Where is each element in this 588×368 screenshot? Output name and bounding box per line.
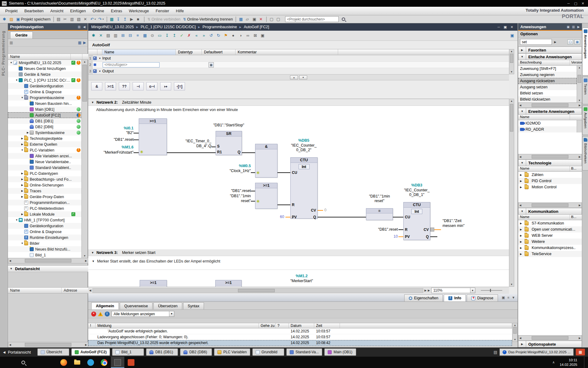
editor-toolbar-icon[interactable]: ⊟ xyxy=(127,32,134,39)
taskbar-app[interactable] xyxy=(84,357,97,368)
warnings-filter-icon[interactable] xyxy=(98,312,103,316)
add-variable-input[interactable]: <Hinzufügen> xyxy=(103,62,160,67)
ctu-datatype[interactable]: Int xyxy=(299,164,310,169)
tree-row[interactable]: Bild_1 xyxy=(8,252,82,258)
sr-block[interactable]: SR S R1 Q xyxy=(216,131,242,155)
operand-tag[interactable]: "MerkerFrühstart" xyxy=(88,150,134,155)
editor-toolbar-icon[interactable]: ▥ xyxy=(112,32,119,39)
scroll-left-icon[interactable]: ◀ xyxy=(89,289,91,292)
instruction-search-input[interactable]: set xyxy=(520,39,552,45)
detail-hscrollbar[interactable]: ◀▶ xyxy=(8,342,88,347)
info-subtab[interactable]: Übersetzen xyxy=(153,302,182,309)
tree-row[interactable]: Main [OB1] xyxy=(8,106,82,112)
editor-toolbar-icon[interactable]: ∞ xyxy=(244,32,251,39)
folder-row[interactable]: ▶S7-Kommunikation xyxy=(518,220,582,226)
expander-icon[interactable]: ▶ xyxy=(520,234,523,237)
toolbar-icon[interactable]: ▦ xyxy=(238,16,244,22)
counter-instance-line1[interactable]: "IEC_Counter_ xyxy=(278,143,330,148)
expander-icon[interactable]: ▼ xyxy=(20,149,24,151)
breadcrumb-label[interactable]: MinigolfNEU_13.02.2025 xyxy=(91,25,134,29)
instruction-row[interactable]: RD_ADDR xyxy=(518,126,577,132)
editor-toolbar-icon[interactable]: ↻ xyxy=(215,32,222,39)
taskbar-app[interactable] xyxy=(43,357,57,368)
scroll-up-icon[interactable]: ▲ xyxy=(82,60,88,63)
tab-anweisungen[interactable]: Anweisungen xyxy=(582,28,588,75)
tree-row[interactable]: Gerätekonfiguration xyxy=(8,223,82,229)
interface-row-output[interactable]: 3 ▼ Output xyxy=(88,68,509,75)
panel-float-icon[interactable]: ▣ xyxy=(567,25,569,29)
search-binoculars-icon[interactable] xyxy=(342,17,345,21)
network-scrollbar[interactable]: ▲▼ xyxy=(509,99,514,287)
folder-row[interactable]: ▶TeleService xyxy=(518,251,582,257)
expander-icon[interactable]: ▼ xyxy=(99,57,101,60)
export-icon[interactable]: ▶ xyxy=(83,40,86,45)
footer-editor-button[interactable]: DB1 (DB1) xyxy=(146,348,178,356)
ctu-block[interactable]: CTU Int CU R PV CV Q xyxy=(290,157,318,219)
editor-toolbar-icon[interactable]: ⊙ xyxy=(149,32,156,39)
toolbar-icon[interactable]: ↧ xyxy=(116,16,122,22)
footer-editor-button[interactable]: Standard-Va... xyxy=(286,348,322,356)
col-fragezeichen[interactable]: ? xyxy=(276,323,289,328)
expander-icon[interactable]: ▼ xyxy=(15,79,19,82)
toolbar-icon[interactable]: ▥ xyxy=(69,16,75,22)
datatype-browse-button[interactable]: ▦ xyxy=(209,62,214,67)
or-block-partial[interactable]: >=1 xyxy=(140,280,167,287)
expander-icon[interactable]: ▼ xyxy=(99,70,101,73)
expander-icon[interactable]: ▶ xyxy=(520,240,523,243)
editor-toolbar-icon[interactable]: ▤ xyxy=(105,32,112,39)
tree-row[interactable]: ▶Traces xyxy=(8,188,82,194)
footer-editor-button[interactable]: AutoGolf (FC2) xyxy=(71,348,110,356)
editor-minimize-icon[interactable]: ─ xyxy=(498,25,500,29)
tree-row[interactable]: Neue Variablentabe.. xyxy=(8,159,82,165)
operand-tag[interactable]: "DB1".reset xyxy=(352,227,398,232)
expand-icon[interactable]: ▶ xyxy=(428,289,430,292)
menu-item[interactable]: Werkzeuge xyxy=(126,7,153,14)
toolbar-icon[interactable]: ↥ xyxy=(123,16,129,22)
expander-icon[interactable]: ▶ xyxy=(520,222,523,225)
search-next-icon[interactable]: ▶ xyxy=(553,39,557,45)
toolbar-icon[interactable] xyxy=(107,17,107,22)
info-subtab[interactable]: Allgemein xyxy=(91,302,119,309)
timer-operand-line2[interactable]: DB_4".Q xyxy=(180,144,211,148)
chevron-down-icon[interactable]: ▼ xyxy=(518,159,526,166)
tree-row[interactable]: ▼HMI_1 [TP700 Comfort] xyxy=(8,217,82,223)
editor-toolbar-icon[interactable]: ● xyxy=(230,32,237,39)
expander-icon[interactable]: ▶ xyxy=(520,180,523,182)
coil-tag-line2[interactable]: reset" xyxy=(354,199,405,203)
tab-geraete[interactable]: Geräte xyxy=(10,32,33,39)
editor-close-icon[interactable]: ✕ xyxy=(511,25,513,29)
message-row[interactable]: 'AutoGolf' wurde erfolgreich geladen.14.… xyxy=(88,328,512,334)
or-block[interactable]: >=1 ✳ xyxy=(255,183,277,209)
cv-output-tag-line2[interactable]: messen min" xyxy=(443,224,465,228)
ctu-datatype[interactable]: Int xyxy=(411,209,422,214)
col-gehezu[interactable]: Gehe zu xyxy=(259,323,276,328)
editor-toolbar-icon[interactable]: ▣ xyxy=(259,32,266,39)
tab-diagnose[interactable]: Diagnose xyxy=(467,294,498,301)
expander-icon[interactable]: ▶ xyxy=(520,247,523,249)
taskbar-app[interactable] xyxy=(111,357,124,368)
toolbar-icon[interactable]: ▤ xyxy=(56,16,62,22)
col-datentyp[interactable]: Datentyp xyxy=(176,49,202,55)
menu-item[interactable]: Bearbeiten xyxy=(21,7,47,14)
maximize-icon[interactable]: ▢ xyxy=(574,2,577,6)
taskbar-app[interactable] xyxy=(124,357,138,368)
branch-star-icon[interactable]: ✳ xyxy=(256,171,260,175)
editor-toolbar-icon[interactable]: ⚑ xyxy=(222,32,229,39)
expander-icon[interactable]: ▼ xyxy=(9,61,13,64)
tray-expand-icon[interactable]: ∧ xyxy=(552,360,555,364)
editor-toolbar-icon[interactable]: ⊠ xyxy=(252,32,259,39)
editor-toolbar-icon[interactable]: ◑ xyxy=(237,32,244,39)
tree-row[interactable]: ▶Technologieobjekte xyxy=(8,136,82,141)
interface-row-add[interactable]: 2 <Hinzufügen> ▦ xyxy=(88,62,509,68)
breadcrumb-item[interactable]: ▶MinigolfNEU_13.02.2025 xyxy=(91,25,134,29)
project-search-input[interactable]: <Projekt durchsuchen> xyxy=(285,16,339,22)
info-filter-icon[interactable] xyxy=(105,312,110,316)
breadcrumb-label[interactable]: PLC_1 [CPU 1215C DC/DC/DC] xyxy=(141,25,196,29)
detail-view-header[interactable]: ▼ Detailansicht xyxy=(8,265,88,272)
section-favoriten[interactable]: ▶ Favoriten xyxy=(518,47,582,53)
chevron-right-icon[interactable]: ▶ xyxy=(518,341,526,347)
taskbar-clock[interactable]: 10:11 14.02.2025 xyxy=(560,358,577,367)
col-name[interactable]: Name xyxy=(518,166,570,171)
table-view-icon[interactable]: ▦ xyxy=(78,40,81,45)
extended-hscrollbar[interactable]: ◀▶ xyxy=(518,154,582,159)
